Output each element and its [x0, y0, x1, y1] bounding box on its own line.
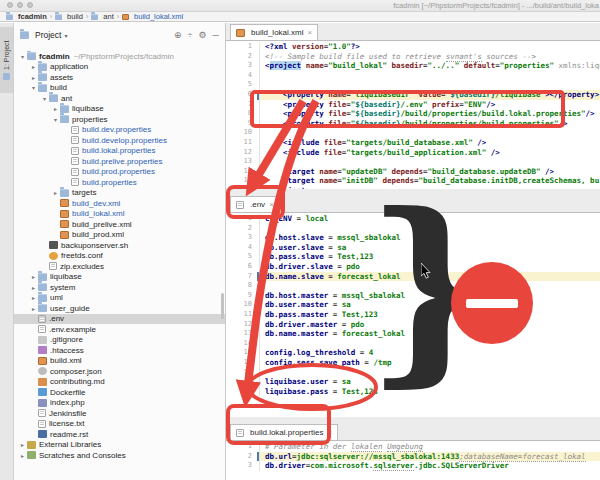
tree-item-backuponserver-sh[interactable]: backuponserver.sh [14, 240, 225, 251]
tree-item-label: build_prelive.xml [72, 220, 132, 229]
panel-header-icons: ⊕÷⚙─ [174, 31, 219, 40]
locate-icon[interactable]: ⊕ [174, 31, 182, 40]
code-text [260, 80, 600, 90]
tree-item-readme-rst[interactable]: readme.rst [14, 429, 225, 440]
close-icon[interactable]: × [269, 200, 274, 209]
file-icon [71, 178, 79, 186]
tab-build-lokal-xml[interactable]: build_lokal.xml × [230, 24, 318, 40]
tree-item--env[interactable]: .env [14, 314, 225, 325]
folder-icon [38, 73, 47, 81]
expand-arrow-icon[interactable]: ▸ [29, 273, 38, 280]
window-minimize-button[interactable] [17, 2, 23, 8]
collapse-all-icon[interactable]: ÷ [188, 31, 193, 40]
breadcrumb-item-fcadmin[interactable]: fcadmin [6, 12, 47, 21]
folder-icon [60, 189, 69, 197]
tree-item-user-guide[interactable]: ▸user_guide [14, 303, 225, 314]
tree-item-build-lokal-properties[interactable]: build.lokal.properties [14, 146, 225, 157]
tree-item-license-txt[interactable]: license.txt [14, 419, 225, 430]
tree-item-liquibase[interactable]: ▸liquibase [14, 104, 225, 115]
settings-icon[interactable]: ⚙ [199, 31, 207, 40]
tree-item-liquibase[interactable]: ▸liquibase [14, 272, 225, 283]
project-tree: ▾fcadmin~/PhpstormProjects/fcadmin▸appli… [14, 51, 225, 480]
tree-item-index-php[interactable]: index.php [14, 398, 225, 409]
tree-item-label: ant [61, 94, 72, 103]
line-number: 5 [226, 80, 260, 90]
tree-item-build-lokal-xml[interactable]: build_lokal.xml [14, 209, 225, 220]
expand-arrow-icon[interactable]: ▾ [29, 84, 38, 91]
expand-arrow-icon[interactable]: ▸ [29, 74, 38, 81]
chevron-down-icon[interactable]: ▾ [64, 32, 67, 39]
expand-arrow-icon[interactable]: ▸ [18, 441, 27, 448]
tree-item-build-prod-xml[interactable]: build_prod.xml [14, 230, 225, 241]
tree-item-dockerfile[interactable]: Dockerfile [14, 387, 225, 398]
code-line: 6 <property name="liquibasedir" value="$… [226, 90, 600, 100]
tree-item-contributing-md[interactable]: contributing.md [14, 377, 225, 388]
tree-item-build-prelive-xml[interactable]: build_prelive.xml [14, 219, 225, 230]
tree-item-label: readme.rst [50, 430, 88, 439]
tree-item-zip-excludes[interactable]: zip.excludes [14, 261, 225, 272]
env-editor[interactable]: 1CI_ENV = local23db.host.slave = mssql_s… [226, 213, 600, 418]
tree-item-build-dev-xml[interactable]: build_dev.xml [14, 198, 225, 209]
tree-item-external-libraries[interactable]: ▸External Libraries [14, 440, 225, 451]
expand-arrow-icon[interactable]: ▾ [18, 53, 27, 60]
tree-item-application[interactable]: ▸application [14, 62, 225, 73]
expand-arrow-icon[interactable]: ▸ [29, 305, 38, 312]
xml-editor[interactable]: 1<?xml version="1.0"?>2<!-- Sample build… [226, 41, 600, 190]
line-number: 12 [226, 148, 260, 158]
breadcrumb-item-ant[interactable]: ant [91, 12, 113, 21]
project-tool-window-button[interactable]: 1: Project [0, 27, 13, 93]
tab-env-file[interactable]: .env × [230, 196, 280, 212]
expand-arrow-icon[interactable]: ▸ [29, 294, 38, 301]
tree-item-label: liquibase [72, 104, 104, 113]
tree-item-composer-json[interactable]: composer.json [14, 366, 225, 377]
properties-editor[interactable]: 1# Parameter in der lokalen Umgebung2db.… [226, 441, 600, 480]
tree-item-build-xml[interactable]: build.xml [14, 356, 225, 367]
project-scrollbar-thumb[interactable] [221, 293, 224, 319]
code-text [260, 224, 600, 234]
tab-build-lokal-properties[interactable]: build.lokal.properties × [230, 424, 338, 440]
tree-item-jenkinsfile[interactable]: Jenkinsfile [14, 408, 225, 419]
tree-item-ant[interactable]: ▾ant [14, 93, 225, 104]
tree-item-build-develop-properties[interactable]: build.develop.properties [14, 135, 225, 146]
tree-item-build-dev-properties[interactable]: build.dev.properties [14, 125, 225, 136]
code-line: 13 [226, 157, 600, 167]
tree-item-label: index.php [50, 398, 85, 407]
expand-arrow-icon[interactable]: ▾ [40, 95, 49, 102]
window-close-button[interactable] [7, 2, 13, 8]
tree-item-scratches-and-consoles[interactable]: ▸Scratches and Consoles [14, 450, 225, 461]
tree-item-build-properties[interactable]: build.properties [14, 177, 225, 188]
tree-item-build-prelive-properties[interactable]: build.prelive.properties [14, 156, 225, 167]
tree-item-targets[interactable]: ▸targets [14, 188, 225, 199]
tree-item-properties[interactable]: ▾properties [14, 114, 225, 125]
tree-item-assets[interactable]: ▸assets [14, 72, 225, 83]
tree-item-system[interactable]: ▸system [14, 282, 225, 293]
breadcrumb-item-build-lokal-xml[interactable]: build_lokal.xml [122, 12, 183, 21]
tree-item-freetds-conf[interactable]: freetds.conf [14, 251, 225, 262]
line-number: 3 [226, 61, 260, 71]
tree-item-uml[interactable]: ▸uml [14, 293, 225, 304]
code-text: <property file="${basedir}/.env" prefix=… [260, 100, 600, 110]
expand-arrow-icon[interactable]: ▸ [29, 284, 38, 291]
expand-arrow-icon[interactable]: ▸ [51, 105, 60, 112]
tree-item--env-example[interactable]: .env.example [14, 324, 225, 335]
expand-arrow-icon[interactable]: ▸ [18, 452, 27, 459]
tree-item-build[interactable]: ▾build [14, 83, 225, 94]
window-zoom-button[interactable] [27, 2, 33, 8]
md-icon [38, 378, 47, 386]
close-icon[interactable]: × [327, 428, 332, 437]
hide-icon[interactable]: ─ [213, 31, 219, 40]
project-view-title[interactable]: Project [35, 30, 61, 40]
line-number: 8 [226, 109, 260, 119]
tree-item-fcadmin[interactable]: ▾fcadmin~/PhpstormProjects/fcadmin [14, 51, 225, 62]
expand-arrow-icon[interactable]: ▸ [51, 189, 60, 196]
line-number: 2 [226, 52, 260, 62]
expand-arrow-icon[interactable]: ▾ [51, 116, 60, 123]
breadcrumb-item-build[interactable]: build [55, 12, 83, 21]
docker-icon [38, 388, 47, 396]
close-icon[interactable]: × [307, 28, 312, 37]
env-editor-tabbar: .env × [226, 189, 600, 213]
tree-item--htaccess[interactable]: .htaccess [14, 345, 225, 356]
tree-item--gitignore[interactable]: .gitignore [14, 335, 225, 346]
tree-item-build-prod-properties[interactable]: build.prod.properties [14, 167, 225, 178]
expand-arrow-icon[interactable]: ▸ [29, 63, 38, 70]
